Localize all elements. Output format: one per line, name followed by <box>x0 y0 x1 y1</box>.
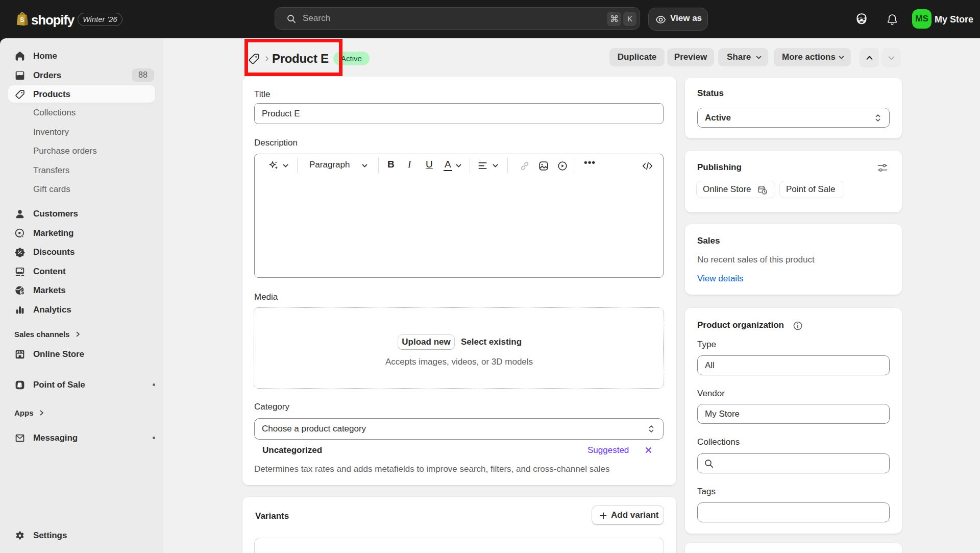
svg-text:$: $ <box>21 290 24 295</box>
svg-text:S: S <box>20 16 24 23</box>
